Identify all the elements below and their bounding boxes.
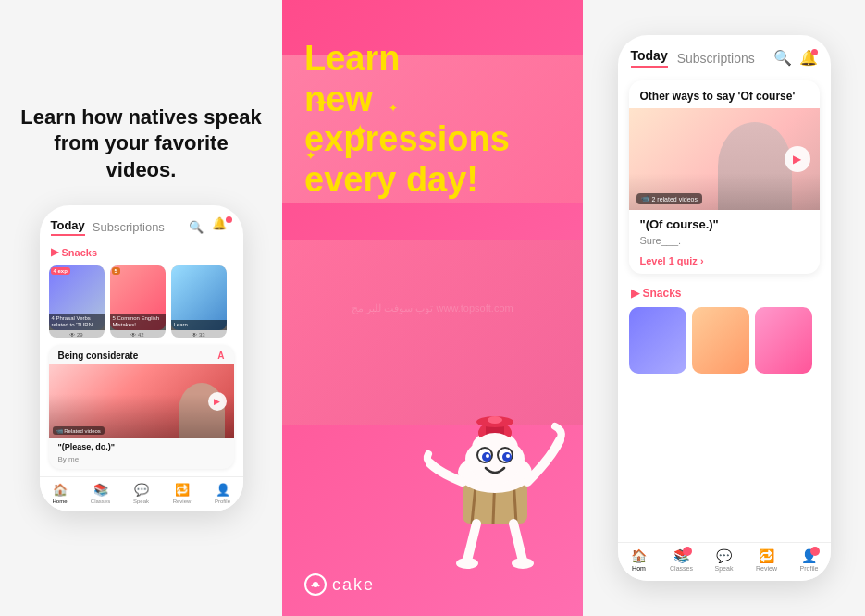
rnav-classes[interactable]: 📚 Classes [661,548,703,572]
card-quote: "(Of course.)" [629,210,820,233]
nav-speak-left[interactable]: 💬 Speak [121,483,162,504]
snack-label-3: Learn... [171,320,227,330]
nav-profile-left[interactable]: 👤 Profile [203,483,243,504]
svg-point-19 [456,558,478,569]
snack-right-1[interactable] [629,307,686,374]
snack-right-3[interactable] [755,307,812,374]
snack-label-1: 4 Phrasal Verbs related to 'TURN' [49,314,105,330]
svg-point-12 [469,433,521,485]
snack-badge-2: 5 [112,267,120,275]
right-panel: Today Subscriptions 🔍 🔔 Other ways to sa… [583,0,865,616]
snacks-label-right: ▶ Snacks [618,283,831,303]
course-header-left: Being considerate A [49,345,234,364]
watermark: توب سوفت للبرامج www.topsoft.com [352,302,513,314]
mascot-svg [412,339,578,579]
notification-icon-left[interactable]: 🔔 [212,216,232,237]
play-button-right[interactable]: ▶ [785,146,810,172]
snacks-label-left: ▶ Snacks [40,242,243,262]
main-card-section: Other ways to say 'Of course' 📹 2 relate… [618,73,831,283]
tab-subscriptions-left[interactable]: Subscriptions [93,220,165,234]
snack-card-2[interactable]: 5 5 Common English Mistakes! 👁 42 [110,265,166,338]
snack-card-3[interactable]: Learn... 👁 33 [171,265,227,338]
snack-label-2: 5 Common English Mistakes! [110,314,166,330]
classes-badge [683,547,692,556]
search-icon-right[interactable]: 🔍 [773,49,792,67]
card-fill: Sure___. [629,233,820,252]
rnav-review[interactable]: 🔁 Review [746,548,788,572]
snack-views-3: 👁 33 [171,332,227,338]
cake-logo-text: cake [332,575,375,595]
phone-mockup-right: Today Subscriptions 🔍 🔔 Other ways to sa… [618,35,831,581]
snacks-row-right [618,303,831,381]
bottom-nav-right: 🏠 Hom 📚 Classes 💬 Speak 🔁 Review 👤 Profi… [618,542,831,581]
svg-point-11 [488,416,502,424]
notification-icon-right[interactable]: 🔔 [799,49,818,67]
nav-home-left[interactable]: 🏠 Home [40,483,80,504]
snacks-row-left: 4 exp 4 Phrasal Verbs related to 'TURN' … [40,262,243,345]
right-top-bar: Today Subscriptions 🔍 🔔 [618,35,831,73]
svg-point-17 [486,454,489,458]
snack-badge-1: 4 exp [51,267,70,275]
quiz-link[interactable]: Level 1 quiz › [629,252,820,274]
rnav-speak[interactable]: 💬 Speak [703,548,746,572]
tab-today-right[interactable]: Today [631,48,668,68]
bottom-nav-left: 🏠 Home 📚 Classes 💬 Speak 🔁 Review 👤 Prof… [40,476,243,511]
tab-today-left[interactable]: Today [51,218,85,236]
snack-card-1[interactable]: 4 exp 4 Phrasal Verbs related to 'TURN' … [49,265,105,338]
cake-logo-icon [304,573,327,596]
left-panel: Learn how natives speakfrom your favorit… [0,0,282,616]
course-thumb-left[interactable]: 📹 Related videos ▶ [49,364,234,438]
phone-mockup-left: Today Subscriptions 🔍 🔔 ▶ Snacks 4 exp 4… [40,205,243,511]
nav-review-left[interactable]: 🔁 Review [162,483,203,504]
card-title: Other ways to say 'Of course' [629,80,820,108]
search-icon-left[interactable]: 🔍 [186,216,206,237]
main-card: Other ways to say 'Of course' 📹 2 relate… [629,80,820,274]
related-videos-badge: 📹 2 related videos [636,193,702,204]
left-tagline: Learn how natives speakfrom your favorit… [19,105,264,184]
svg-point-18 [506,454,510,458]
profile-badge [810,547,820,556]
middle-headline: Learnnew expressionsevery day! [304,39,561,201]
play-button-left[interactable]: ▶ [208,392,227,411]
tab-subscriptions-right[interactable]: Subscriptions [677,51,755,66]
course-fill-left: By me [49,453,234,469]
rnav-home[interactable]: 🏠 Hom [618,548,661,572]
rnav-profile[interactable]: 👤 Profile [788,548,831,572]
nav-classes-left[interactable]: 📚 Classes [80,483,121,504]
middle-panel: ✦ ✦ ✦ ✦ Learnnew expressionsevery day! [282,0,583,616]
card-thumbnail[interactable]: 📹 2 related videos ▶ [629,108,820,210]
svg-point-20 [512,558,534,569]
left-top-bar: Today Subscriptions 🔍 🔔 [40,216,243,242]
course-card-left: Being considerate A 📹 Related videos ▶ "… [49,345,234,469]
svg-point-22 [313,582,318,587]
cake-logo: cake [304,573,375,596]
related-strip-left: 📹 Related videos [53,426,105,435]
snack-right-2[interactable] [692,307,749,374]
snack-views-1: 👁 29 [49,332,105,338]
snack-views-2: 👁 42 [110,332,166,338]
course-quote-left: "(Please, do.)" [49,438,234,453]
